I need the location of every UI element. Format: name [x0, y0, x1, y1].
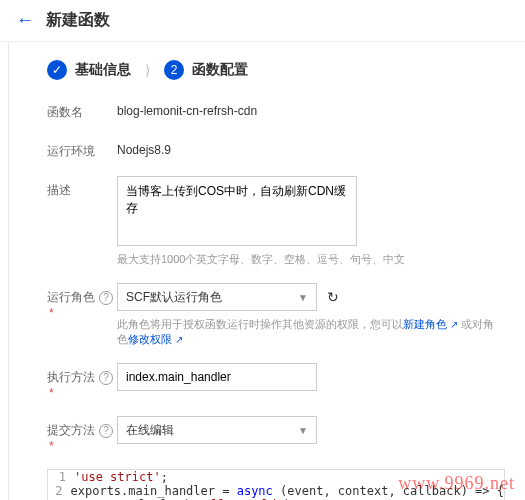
caret-down-icon: ▼	[298, 425, 308, 436]
step-2-label: 函数配置	[192, 61, 248, 79]
role-select-value: SCF默认运行角色	[126, 289, 222, 306]
row-role: 运行角色?* SCF默认运行角色 ▼ ↻ 此角色将用于授权函数运行时操作其他资源…	[47, 283, 505, 347]
page-title: 新建函数	[46, 10, 110, 31]
code-editor[interactable]: 1'use strict'; 2exports.main_handler = a…	[47, 469, 505, 500]
label-runtime: 运行环境	[47, 137, 117, 160]
row-runtime: 运行环境 Nodejs8.9	[47, 137, 505, 160]
label-function-name: 函数名	[47, 98, 117, 121]
label-exec-method: 执行方法?*	[47, 363, 117, 400]
required-asterisk: *	[49, 306, 54, 320]
main-panel: 基础信息 ⟩ 2 函数配置 函数名 blog-lemonit-cn-refrsh…	[8, 42, 525, 500]
help-icon[interactable]: ?	[99, 291, 113, 305]
row-submit-method: 提交方法?* 在线编辑 ▼	[47, 416, 505, 453]
required-asterisk: *	[49, 386, 54, 400]
external-link-icon: ↗	[175, 334, 183, 345]
help-icon[interactable]: ?	[99, 371, 113, 385]
exec-method-input[interactable]	[117, 363, 317, 391]
row-description: 描述 当博客上传到COS中时，自动刷新CDN缓存 最大支持1000个英文字母、数…	[47, 176, 505, 267]
step-1[interactable]: 基础信息	[47, 60, 131, 80]
step-1-label: 基础信息	[75, 61, 131, 79]
value-function-name: blog-lemonit-cn-refrsh-cdn	[117, 98, 257, 118]
link-modify-permission[interactable]: 修改权限 ↗	[128, 333, 183, 345]
label-role: 运行角色?*	[47, 283, 117, 320]
step-indicator: 基础信息 ⟩ 2 函数配置	[47, 60, 505, 80]
description-textarea[interactable]: 当博客上传到COS中时，自动刷新CDN缓存	[117, 176, 357, 246]
row-exec-method: 执行方法?*	[47, 363, 505, 400]
refresh-icon[interactable]: ↻	[327, 289, 339, 305]
submit-method-value: 在线编辑	[126, 422, 174, 439]
role-hint: 此角色将用于授权函数运行时操作其他资源的权限，您可以新建角色 ↗ 或对角色修改权…	[117, 317, 505, 347]
role-select[interactable]: SCF默认运行角色 ▼	[117, 283, 317, 311]
label-description: 描述	[47, 176, 117, 199]
header-bar: ← 新建函数	[0, 0, 525, 42]
chevron-right-icon: ⟩	[145, 62, 150, 78]
step-2[interactable]: 2 函数配置	[164, 60, 248, 80]
label-submit-method: 提交方法?*	[47, 416, 117, 453]
row-function-name: 函数名 blog-lemonit-cn-refrsh-cdn	[47, 98, 505, 121]
caret-down-icon: ▼	[298, 292, 308, 303]
value-runtime: Nodejs8.9	[117, 137, 171, 157]
link-create-role[interactable]: 新建角色 ↗	[403, 318, 458, 330]
description-hint: 最大支持1000个英文字母、数字、空格、逗号、句号、中文	[117, 252, 405, 267]
help-icon[interactable]: ?	[99, 424, 113, 438]
submit-method-select[interactable]: 在线编辑 ▼	[117, 416, 317, 444]
external-link-icon: ↗	[450, 319, 458, 330]
back-arrow-icon[interactable]: ←	[16, 10, 34, 31]
check-icon	[47, 60, 67, 80]
required-asterisk: *	[49, 439, 54, 453]
step-2-number: 2	[164, 60, 184, 80]
